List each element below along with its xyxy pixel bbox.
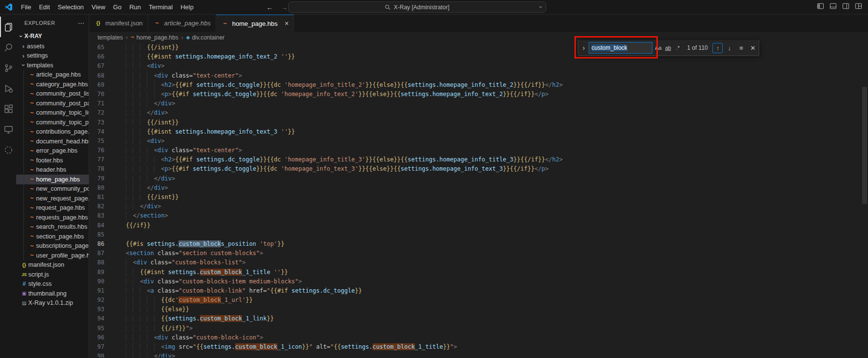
live-share-icon[interactable] — [0, 139, 16, 160]
close-icon[interactable]: ✕ — [284, 20, 289, 27]
tree-item-section-page-hbs[interactable]: ~section_page.hbs — [16, 232, 89, 241]
match-case-toggle[interactable]: Aa — [654, 43, 663, 52]
tree-item-manifest-json[interactable]: {}manifest.json — [16, 260, 89, 270]
menu-go[interactable]: Go — [109, 0, 125, 14]
breadcrumb-item[interactable]: ◆div.container — [186, 34, 225, 41]
tree-item-assets[interactable]: ›assets — [16, 41, 89, 51]
code-line[interactable]: 82 </div> — [89, 202, 861, 211]
code-line[interactable]: 73 {{/isnt}} — [89, 118, 861, 127]
close-find-button[interactable]: ✕ — [748, 43, 758, 53]
code-line[interactable]: 90 <div class="custom-blocks-item medium… — [89, 277, 861, 286]
tree-item-templates[interactable]: ›templates — [16, 60, 89, 70]
code-line[interactable]: 88 <div class="custom-blocks-list"> — [89, 258, 861, 267]
tree-item-request-page-hbs[interactable]: ~request_page.hbs — [16, 203, 89, 213]
tree-item-community-topic-pa-[interactable]: ~community_topic_pa... — [16, 118, 89, 127]
code-line[interactable]: 77 <h2>{{#if settings.dc_toggle}}{{dc 'h… — [89, 155, 861, 164]
run-debug-icon[interactable] — [0, 78, 16, 99]
menu-edit[interactable]: Edit — [35, 0, 54, 14]
code-line[interactable]: 97 <img src="{{settings.custom_block_1_i… — [89, 342, 861, 352]
customize-layout-icon[interactable] — [855, 2, 862, 12]
code-line[interactable]: 92 {{dc'custom_block_1_url'}} — [89, 296, 861, 305]
extensions-icon[interactable] — [0, 99, 16, 119]
menu-run[interactable]: Run — [125, 0, 145, 14]
menu-help[interactable]: Help — [177, 0, 197, 14]
command-center[interactable]: X-Ray [Administrator] › — [288, 1, 546, 13]
code-line[interactable]: 91 <a class="custom-block-link" href="{{… — [89, 286, 861, 296]
code-line[interactable]: 69 <h2>{{#if settings.dc_toggle}}{{dc 'h… — [89, 80, 861, 90]
code-line[interactable]: 93 {{else}} — [89, 305, 861, 314]
code-line[interactable]: 79 </div> — [89, 174, 861, 183]
tree-item-script-js[interactable]: JSscript.js — [16, 270, 89, 279]
editor-scrollbar[interactable] — [861, 43, 868, 358]
code-line[interactable]: 98 </div> — [89, 352, 861, 358]
tree-item-category-page-hbs[interactable]: ~category_page.hbs — [16, 80, 89, 89]
remote-explorer-icon[interactable] — [0, 119, 16, 139]
code-line[interactable]: 95 {{/if}}"> — [89, 324, 861, 333]
breadcrumb-item[interactable]: templates — [98, 34, 123, 41]
code-line[interactable]: 96 <div class="custom-block-icon"> — [89, 333, 861, 342]
tree-item-subscriptions-page-[interactable]: ~subscriptions_page... — [16, 241, 89, 251]
tree-item-search-results-hbs[interactable]: ~search_results.hbs — [16, 222, 89, 232]
menu-view[interactable]: View — [88, 0, 109, 14]
tab-manifest-json[interactable]: {}manifest.json — [89, 15, 148, 32]
code-line[interactable]: 74 {{#isnt settings.homepage_info_text_3… — [89, 127, 861, 137]
toggle-primary-sidebar-icon[interactable] — [817, 2, 824, 12]
code-line[interactable]: 94 {{settings.custom_block_1_link}} — [89, 314, 861, 323]
code-line[interactable]: 86{{#is settings.custom_blocks_position … — [89, 239, 861, 249]
code-line[interactable]: 81 {{/isnt}} — [89, 193, 861, 202]
tree-item-settings[interactable]: ›settings — [16, 51, 89, 61]
source-control-icon[interactable] — [0, 58, 16, 78]
editor[interactable]: 65 {{/isnt}}66 {{#isnt settings.homepage… — [89, 43, 861, 358]
find-input[interactable]: custom_block — [589, 42, 652, 54]
tree-item-community-post-list-[interactable]: ~community_post_list... — [16, 89, 89, 99]
code-line[interactable]: 83 </section> — [89, 211, 861, 220]
find-in-selection-button[interactable]: ≡ — [736, 43, 746, 53]
tree-item-new-request-page-h-[interactable]: ~new_request_page.h... — [16, 194, 89, 203]
tree-item-error-page-hbs[interactable]: ~error_page.hbs — [16, 146, 89, 156]
workspace-section-header[interactable]: › X-RAY — [16, 31, 89, 41]
previous-match-button[interactable]: ↑ — [712, 43, 723, 53]
tree-item-contributions-page-[interactable]: ~contributions_page... — [16, 127, 89, 137]
breadcrumb-item[interactable]: ~home_page.hbs — [131, 34, 178, 41]
next-match-button[interactable]: ↓ — [724, 43, 734, 53]
search-icon[interactable] — [0, 37, 16, 58]
tree-item-requests-page-hbs[interactable]: ~requests_page.hbs — [16, 213, 89, 222]
code-line[interactable]: 87<section class="section custom-blocks"… — [89, 249, 861, 258]
whole-word-toggle[interactable]: ab — [664, 43, 672, 52]
tree-item-style-css[interactable]: #style.css — [16, 279, 89, 289]
code-line[interactable]: 75 <div> — [89, 137, 861, 146]
code-line[interactable]: 84{{/if}} — [89, 221, 861, 230]
tree-item-community-post-pa-[interactable]: ~community_post_pa... — [16, 99, 89, 108]
tree-item-footer-hbs[interactable]: ~footer.hbs — [16, 156, 89, 165]
code-line[interactable]: 78 <p>{{#if settings.dc_toggle}}{{dc 'ho… — [89, 164, 861, 174]
code-line[interactable]: 67 <div> — [89, 61, 861, 71]
code-line[interactable]: 80 </div> — [89, 183, 861, 193]
history-forward-icon[interactable]: → — [281, 3, 288, 11]
tree-item-community-topic-lis-[interactable]: ~community_topic_lis... — [16, 108, 89, 118]
tree-item-new-community-po-[interactable]: ~new_community_po... — [16, 184, 89, 194]
chevron-down-icon[interactable]: › — [537, 6, 544, 8]
code-line[interactable]: 89 {{#isnt settings.custom_block_1_title… — [89, 268, 861, 277]
more-actions-icon[interactable]: ⋯ — [78, 19, 85, 27]
scrollbar-thumb[interactable] — [862, 87, 867, 204]
tree-item-header-hbs[interactable]: ~header.hbs — [16, 165, 89, 175]
tree-item-document-head-hbs[interactable]: ~document_head.hbs — [16, 137, 89, 146]
toggle-replace-icon[interactable]: › — [580, 44, 587, 52]
code-line[interactable]: 68 <div class="text-center"> — [89, 71, 861, 80]
code-line[interactable]: 85 — [89, 230, 861, 239]
tab-article-page-hbs[interactable]: ~article_page.hbs — [148, 15, 216, 32]
code-line[interactable]: 70 <p>{{#if settings.dc_toggle}}{{dc 'ho… — [89, 90, 861, 99]
history-back-icon[interactable]: ← — [266, 3, 273, 11]
tree-item-article-page-hbs[interactable]: ~article_page.hbs — [16, 70, 89, 80]
tab-home-page-hbs[interactable]: ~home_page.hbs✕ — [216, 15, 294, 32]
code-line[interactable]: 76 <div class="text-center"> — [89, 146, 861, 155]
tree-item-thumbnail-png[interactable]: ▣thumbnail.png — [16, 289, 89, 298]
tree-item-x-ray-v1-0-1-zip[interactable]: ▤X-Ray v1.0.1.zip — [16, 298, 89, 308]
explorer-icon[interactable] — [0, 17, 16, 37]
menu-file[interactable]: File — [17, 0, 35, 14]
menu-selection[interactable]: Selection — [54, 0, 87, 14]
code-line[interactable]: 72 </div> — [89, 108, 861, 118]
tree-item-user-profile-page-hbs[interactable]: ~user_profile_page.hbs — [16, 251, 89, 260]
tree-item-home-page-hbs[interactable]: ~home_page.hbs — [16, 175, 89, 184]
toggle-panel-icon[interactable] — [829, 2, 837, 12]
